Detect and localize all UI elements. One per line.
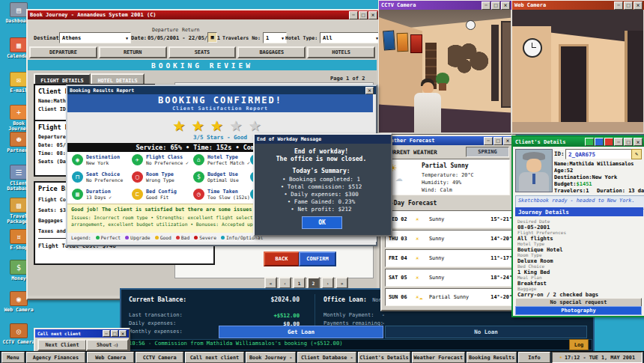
cell-label: Room Type	[146, 171, 174, 177]
taskbar-item-call-next-client[interactable]: Call next client	[185, 352, 244, 363]
legend-item: Good	[155, 235, 171, 240]
shout-label: Shout	[97, 342, 112, 348]
minimize-icon[interactable]: ─	[349, 11, 358, 19]
hotel-type-value: All	[323, 35, 332, 41]
calendar-picker-icon[interactable]: ▦	[207, 32, 217, 43]
webcam-titlebar[interactable]: Web Camera ─ □ ×	[512, 1, 644, 10]
forecast-label: 5-Day Forecast	[386, 200, 437, 207]
clock-text: 17:12 - TUE 1, MAY 2001	[565, 355, 635, 361]
right-door	[625, 31, 643, 132]
green-action-icon[interactable]	[585, 138, 594, 146]
taskbar-item-info[interactable]: Info	[518, 352, 550, 363]
forecast-range: 11°-17°	[490, 255, 512, 261]
notes-icon[interactable]: ✎	[631, 149, 642, 159]
book-journey-icon: +	[10, 105, 28, 120]
close-icon[interactable]: ×	[119, 330, 127, 337]
ok-button[interactable]: OK	[302, 216, 342, 229]
minimize-icon[interactable]: ─	[614, 138, 623, 146]
minimize-icon[interactable]: ─	[482, 1, 490, 10]
wall-clock	[466, 20, 476, 30]
cell-value: 13 Days ✓	[86, 195, 112, 200]
window-title: CCTV Camera	[381, 2, 416, 8]
summary-item: • Bookings completed: 1	[255, 176, 388, 183]
taskbar-menu-button[interactable]: Menu	[1, 352, 25, 363]
maximize-icon[interactable]: □	[359, 11, 368, 19]
close-icon[interactable]: ×	[634, 1, 643, 10]
email-icon: ✉	[10, 72, 28, 87]
desktop-icon-cctv-camera[interactable]: ◎ CCTV Camera	[1, 323, 36, 345]
maximize-icon[interactable]: □	[624, 1, 633, 10]
taskbar-item-cctv-camera[interactable]: CCTV Camera	[136, 352, 183, 363]
grid-cell: ⊏Bed ConfigGood Fit	[132, 189, 177, 200]
minimize-icon[interactable]: ─	[614, 1, 623, 10]
blue-action-icon[interactable]	[595, 138, 604, 146]
summary-item: • Fame Gained: 0.23%	[255, 198, 388, 205]
close-icon[interactable]: ×	[634, 138, 643, 146]
next-client-button[interactable]: Next Client	[37, 339, 87, 351]
window-title: Book Journey - Annandeus System 2001 (C)	[30, 12, 157, 18]
travelers-value: 1	[586, 188, 589, 194]
book-journey-titlebar[interactable]: Book Journey - Annandeus System 2001 (C)…	[28, 10, 380, 19]
hotels-tab-button[interactable]: HOTELS	[307, 46, 375, 58]
back-button[interactable]: BACK	[264, 251, 300, 266]
page-1-button[interactable]: 1	[293, 277, 306, 289]
weather-titlebar[interactable]: Weather Forecast ─ □ ×	[382, 136, 514, 145]
seats-tab-button[interactable]: SEATS	[168, 46, 237, 58]
page-last-button[interactable]: »	[335, 277, 348, 289]
forecast-day: SUN 06	[389, 294, 413, 300]
call-next-client-window: Call next client ─ □ × Next Client Shout…	[34, 328, 130, 353]
photography-button[interactable]: Photography	[515, 306, 642, 315]
hotel-type-dropdown[interactable]: All ▼	[320, 32, 381, 43]
close-icon[interactable]: ×	[501, 1, 510, 10]
maximize-icon[interactable]: □	[491, 1, 500, 10]
destination-dropdown[interactable]: Athens ▼	[59, 32, 131, 43]
workday-dialog-titlebar[interactable]: End of Workday Message	[255, 135, 391, 144]
baggages-tab-button[interactable]: BAGGAGES	[237, 46, 306, 58]
booking-results-titlebar[interactable]: Booking Results Report ×	[67, 86, 376, 94]
cell-value: Optimal Use	[207, 177, 239, 183]
door-frame	[491, 25, 499, 101]
taskbar-item-agency-finances[interactable]: Agency Finances	[26, 352, 85, 363]
call-titlebar[interactable]: Call next client ─ □ ×	[35, 329, 129, 338]
floor	[512, 122, 643, 132]
maximize-icon[interactable]: □	[493, 137, 502, 145]
confirm-button[interactable]: CONFIRM	[299, 251, 336, 266]
forecast-condition: Sunny	[429, 216, 487, 222]
cctv-titlebar[interactable]: CCTV Camera ─ □ ×	[379, 1, 512, 10]
window-title: Call next client	[37, 331, 81, 336]
client-details-titlebar[interactable]: Client's Details ─ □ ×	[513, 137, 644, 147]
log-button[interactable]: Log	[569, 339, 589, 350]
close-icon[interactable]: ×	[368, 11, 377, 19]
taskbar-item-weather-forecast[interactable]: Weather Forecast	[412, 352, 465, 363]
field-label: Baggage	[517, 286, 536, 291]
destination-value: Athens	[62, 35, 81, 41]
dashboard-icon: ▤	[10, 2, 28, 17]
maximize-icon[interactable]: □	[624, 138, 633, 146]
page-next-button[interactable]: ›	[321, 277, 334, 289]
no-loan-button[interactable]: No Loan	[385, 326, 587, 338]
red-action-icon[interactable]	[604, 138, 613, 146]
forecast-day: FRI 04	[389, 255, 413, 261]
shout-button[interactable]: Shout ◁)	[86, 339, 129, 351]
taskbar-item-book-journey[interactable]: Book Journey -	[246, 352, 296, 363]
page-first-button[interactable]: «	[264, 277, 277, 289]
summary-item: • Daily expenses: $300	[255, 191, 388, 198]
travelers-label: Travelers No:	[222, 35, 261, 41]
age-value: 52	[567, 168, 573, 174]
get-loan-button[interactable]: Get Loan	[219, 326, 383, 338]
minimize-icon[interactable]: ─	[103, 330, 110, 337]
departure-tab-button[interactable]: DEPARTURE	[29, 46, 97, 58]
minimize-icon[interactable]: ─	[484, 137, 493, 145]
return-tab-button[interactable]: RETURN	[99, 46, 167, 58]
page-prev-button[interactable]: ‹	[279, 277, 291, 289]
travelers-dropdown[interactable]: 1 ▼	[263, 32, 287, 43]
close-icon[interactable]: ×	[365, 87, 374, 94]
taskbar-item-client-database[interactable]: Client Database -	[297, 352, 356, 363]
taskbar-item-web-camera[interactable]: Web Camera	[87, 352, 135, 363]
taskbar-item-clients-details[interactable]: Client's Details	[358, 352, 410, 363]
seat-icon: ⊓	[72, 171, 83, 183]
taskbar-item-booking-results[interactable]: Booking Results	[467, 352, 517, 363]
maximize-icon[interactable]: □	[111, 330, 118, 337]
forecast-row: FRI 04 ☀ Sunny 11°-17°	[385, 249, 516, 267]
page-2-button-active[interactable]: 2	[307, 277, 320, 289]
